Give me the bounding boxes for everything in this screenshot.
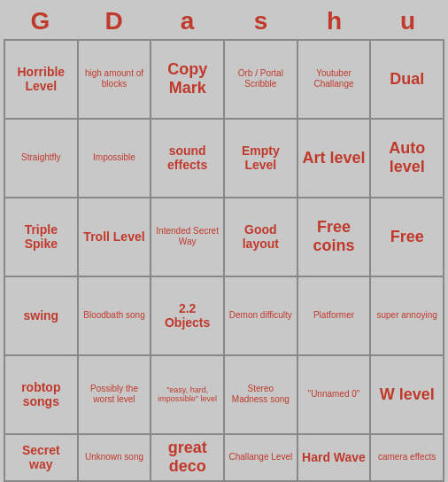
cell-r1-c2: sound effects	[151, 120, 225, 198]
cell-r2-c3: Good layout	[225, 198, 298, 277]
cell-r4-c0: robtop songs	[5, 356, 79, 435]
cell-r3-c1: Bloodbath song	[79, 277, 152, 356]
cell-r3-c4: Platformer	[298, 277, 372, 356]
cell-r5-c2: great deco	[151, 435, 225, 482]
cell-r0-c5: Dual	[371, 41, 444, 120]
cell-r2-c1: Troll Level	[79, 198, 152, 277]
header-letter: D	[79, 7, 150, 35]
cell-r3-c5: super annoying	[371, 277, 444, 356]
cell-r5-c4: Hard Wave	[298, 435, 372, 482]
cell-r4-c2: "easy, hard, impossible" level	[151, 356, 225, 435]
cell-r3-c0: swing	[5, 277, 79, 356]
header-letter: h	[299, 7, 370, 35]
cell-r0-c4: Youtuber Challange	[298, 41, 372, 120]
cell-r0-c3: Orb / Portal Scribble	[225, 41, 298, 120]
cell-r3-c2: 2.2 Objects	[151, 277, 225, 356]
header-letter: G	[5, 7, 76, 35]
cell-r1-c1: Impossible	[79, 120, 152, 198]
cell-r0-c0: Horrible Level	[5, 41, 79, 120]
header-letter: a	[152, 7, 223, 35]
cell-r5-c3: Challange Level	[225, 435, 298, 482]
cell-r1-c3: Empty Level	[225, 120, 298, 198]
cell-r0-c2: Copy Mark	[151, 41, 225, 120]
cell-r4-c4: "Unnamed 0"	[298, 356, 372, 435]
cell-r1-c4: Art level	[298, 120, 372, 198]
cell-r2-c5: Free	[371, 198, 444, 277]
cell-r1-c5: Auto level	[371, 120, 444, 198]
cell-r0-c1: high amount of blocks	[79, 41, 152, 120]
cell-r2-c0: Triple Spike	[5, 198, 79, 277]
cell-r5-c5: camera effects	[371, 435, 444, 482]
cell-r4-c5: W level	[371, 356, 444, 435]
header-letter: s	[226, 7, 297, 35]
bingo-grid: Horrible Levelhigh amount of blocksCopy …	[4, 39, 444, 482]
cell-r3-c3: Demon difficulty	[225, 277, 298, 356]
header: GDashu	[0, 0, 448, 39]
header-letter: u	[373, 7, 444, 35]
cell-r1-c0: Straightfly	[5, 120, 79, 198]
cell-r2-c2: Intended Secret Way	[151, 198, 225, 277]
cell-r5-c0: Secret way	[5, 435, 79, 482]
cell-r4-c3: Stereo Madness song	[225, 356, 298, 435]
cell-r5-c1: Unknown song	[79, 435, 152, 482]
cell-r4-c1: Possibly the worst level	[79, 356, 152, 435]
cell-r2-c4: Free coins	[298, 198, 372, 277]
